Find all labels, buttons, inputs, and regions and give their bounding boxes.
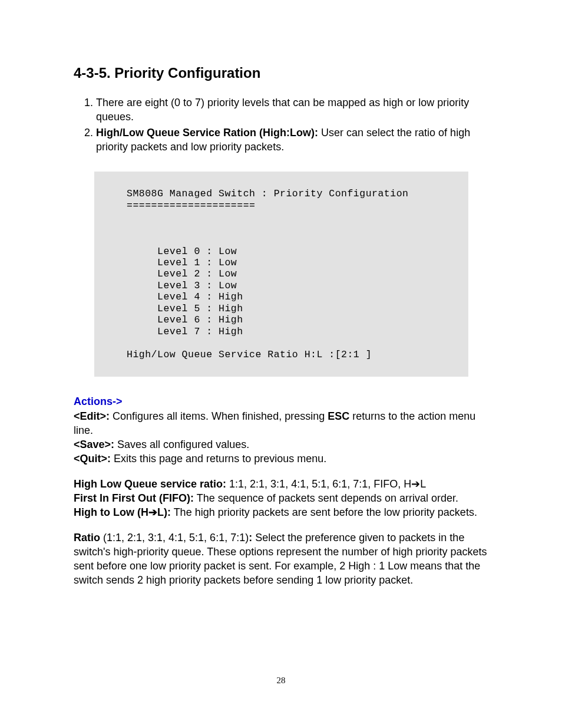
terminal-blank	[127, 234, 133, 245]
ratio-paren: (1:1, 2:1, 3:1, 4:1, 5:1, 6:1, 7:1)	[100, 532, 249, 543]
ratio-block: Ratio (1:1, 2:1, 3:1, 4:1, 5:1, 6:1, 7:1…	[74, 531, 488, 588]
intro-list: There are eight (0 to 7) priority levels…	[74, 95, 488, 154]
list-item: High/Low Queue Service Ration (High:Low)…	[96, 126, 488, 154]
terminal-level-line: Level 0 : Low	[127, 246, 457, 257]
terminal-level-line: Level 5 : High	[127, 303, 457, 314]
save-action-label: <Save>:	[74, 439, 114, 450]
quit-action-label: <Quit>:	[74, 453, 111, 465]
terminal-screenshot: SM808G Managed Switch : Priority Configu…	[94, 172, 468, 377]
hlq-ratio-label: High Low Queue service ratio:	[74, 478, 226, 490]
terminal-ratio-line: High/Low Queue Service Ratio H:L :[2:1 ]	[127, 349, 457, 360]
save-action-text: Saves all configured values.	[114, 439, 249, 450]
terminal-line: =====================	[127, 200, 457, 211]
fifo-label: First In First Out (FIFO):	[74, 492, 194, 504]
edit-action-label: <Edit>:	[74, 410, 110, 422]
terminal-blank	[127, 223, 133, 234]
edit-action-text: Configures all items. When finished, pre…	[110, 410, 328, 422]
terminal-level-line: Level 4 : High	[127, 291, 457, 302]
htol-label: High to Low (H➔L):	[74, 506, 171, 518]
ratio-label: Ratio	[74, 532, 100, 543]
list-item-bold: High/Low Queue Service Ration (High:Low)…	[96, 127, 318, 139]
fifo-text: The sequence of packets sent depends on …	[194, 492, 458, 504]
terminal-line: SM808G Managed Switch : Priority Configu…	[127, 188, 457, 199]
section-title: 4-3-5. Priority Configuration	[74, 65, 488, 81]
page-number: 28	[0, 676, 562, 686]
quit-action-text: Exits this page and returns to previous …	[111, 453, 326, 465]
terminal-level-line: Level 2 : Low	[127, 268, 457, 279]
esc-key: ESC	[328, 410, 349, 422]
terminal-level-line: Level 7 : High	[127, 326, 457, 337]
hlq-ratio-text: 1:1, 2:1, 3:1, 4:1, 5:1, 6:1, 7:1, FIFO,…	[226, 478, 426, 490]
actions-label: Actions->	[74, 396, 123, 407]
htol-text: The high priority packets are sent befor…	[171, 506, 477, 518]
actions-block: Actions-> <Edit>: Configures all items. …	[74, 394, 488, 466]
list-item: There are eight (0 to 7) priority levels…	[96, 95, 488, 124]
hlq-block: High Low Queue service ratio: 1:1, 2:1, …	[74, 477, 488, 520]
page-content: 4-3-5. Priority Configuration There are …	[0, 0, 562, 728]
terminal-level-line: Level 1 : Low	[127, 257, 457, 268]
terminal-level-line: Level 6 : High	[127, 314, 457, 325]
terminal-level-line: Level 3 : Low	[127, 280, 457, 291]
